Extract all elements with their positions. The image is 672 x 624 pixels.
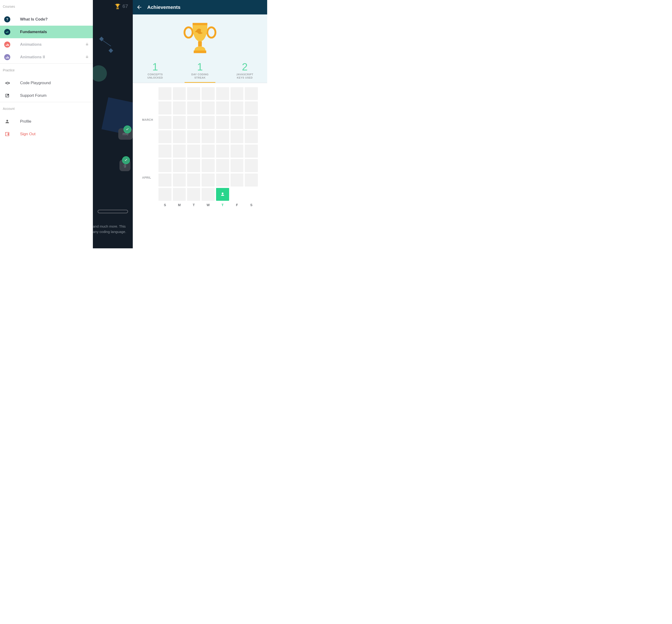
svg-point-0 xyxy=(184,27,193,37)
dow-label: W xyxy=(202,203,215,207)
calendar-cell xyxy=(173,116,186,129)
section-account-label: Account xyxy=(0,102,93,115)
account-profile[interactable]: Profile xyxy=(0,115,93,128)
calendar-cell xyxy=(158,116,172,129)
account-label: Profile xyxy=(20,119,89,124)
check-icon xyxy=(122,156,130,164)
chart-icon xyxy=(4,42,10,48)
practice-support-forum[interactable]: Support Forum xyxy=(0,89,93,102)
month-label-march: MARCH xyxy=(142,87,158,153)
course-what-is-code[interactable]: ? What Is Code? xyxy=(0,13,93,26)
calendar-cell xyxy=(173,130,186,144)
calendar-cell xyxy=(230,159,244,172)
sidebar: Courses ? What Is Code? Fundamentals Ani… xyxy=(0,0,93,248)
calendar-cell xyxy=(245,116,258,129)
calendar-cell xyxy=(230,130,244,144)
calendar-cell xyxy=(158,159,172,172)
calendar-cell xyxy=(187,130,200,144)
achievements-title: Achievements xyxy=(147,4,180,10)
calendar-cell xyxy=(216,130,229,144)
course-label: What Is Code? xyxy=(20,17,89,22)
dow-label: S xyxy=(245,203,258,207)
dow-label: T xyxy=(187,203,200,207)
calendar-cell xyxy=(202,188,215,201)
calendar-cell xyxy=(202,116,215,129)
calendar-cell xyxy=(230,174,244,186)
lock-icon xyxy=(85,55,89,59)
calendar-cell xyxy=(187,145,200,158)
svg-rect-4 xyxy=(194,51,206,53)
dow-label: S xyxy=(158,203,172,207)
stats-row: 1 CONCEPTSUNLOCKED 1 DAY CODINGSTREAK 2 … xyxy=(133,60,267,83)
calendar-cell xyxy=(187,159,200,172)
course-animations-ii[interactable]: Animations II xyxy=(0,51,93,63)
account-sign-out[interactable]: Sign Out xyxy=(0,128,93,140)
sign-out-icon xyxy=(4,131,10,137)
section-courses-label: Courses xyxy=(0,0,93,13)
calendar-cell xyxy=(245,174,258,186)
chart-icon xyxy=(4,54,10,60)
practice-code-playground[interactable]: <> Code Playground xyxy=(0,77,93,89)
calendar-cell xyxy=(173,145,186,158)
svg-point-1 xyxy=(207,27,216,37)
calendar-cell xyxy=(187,188,200,201)
account-label: Sign Out xyxy=(20,132,89,136)
calendar-cell xyxy=(230,145,244,158)
lock-icon xyxy=(85,43,89,47)
calendar-cell-today xyxy=(216,188,229,201)
course-label: Animations xyxy=(20,42,85,47)
achievements-header: Achievements xyxy=(133,0,267,15)
calendar-cell xyxy=(158,174,172,186)
calendar-cell xyxy=(187,116,200,129)
calendar-cell xyxy=(230,87,244,100)
dow-label: F xyxy=(230,203,244,207)
calendar-cell xyxy=(202,130,215,144)
calendar-cell xyxy=(202,101,215,114)
svg-rect-3 xyxy=(198,41,202,46)
calendar-grid-bottom xyxy=(158,159,258,201)
calendar-cell xyxy=(216,159,229,172)
calendar-cell xyxy=(187,174,200,186)
calendar-cell xyxy=(230,116,244,129)
course-label: Fundamentals xyxy=(20,30,89,34)
calendar-cell xyxy=(245,130,258,144)
svg-rect-2 xyxy=(193,23,207,25)
calendar-cell xyxy=(216,101,229,114)
calendar-cell xyxy=(158,130,172,144)
practice-label: Support Forum xyxy=(20,93,89,98)
stat-label: DAY CODINGSTREAK xyxy=(179,73,221,79)
back-button[interactable] xyxy=(135,3,143,11)
calendar-cell xyxy=(245,159,258,172)
stat-number: 1 xyxy=(179,61,221,73)
stat-coding-streak[interactable]: 1 DAY CODINGSTREAK xyxy=(178,60,222,83)
progress-bar xyxy=(98,210,128,213)
trophy-illustration xyxy=(133,15,267,60)
calendar-cell xyxy=(173,159,186,172)
calendar-cell xyxy=(187,87,200,100)
bug-icon xyxy=(4,29,10,35)
calendar-cell xyxy=(245,145,258,158)
description-text: and much more. This any coding language. xyxy=(93,224,130,234)
code-icon: <> xyxy=(4,80,10,86)
calendar-cell xyxy=(216,87,229,100)
bg-circle xyxy=(93,65,107,82)
calendar-cell xyxy=(158,101,172,114)
stat-keys-used[interactable]: 2 JAVASCRIPTKEYS USED xyxy=(222,60,267,83)
calendar-cell xyxy=(173,87,186,100)
calendar-cell xyxy=(173,174,186,186)
score-value: 67 xyxy=(123,3,128,9)
question-mark-icon: ? xyxy=(4,16,10,22)
external-link-icon xyxy=(4,93,10,99)
course-animations[interactable]: Animations xyxy=(0,38,93,51)
practice-label: Code Playground xyxy=(20,81,89,85)
calendar-cell xyxy=(216,174,229,186)
stat-concepts-unlocked[interactable]: 1 CONCEPTSUNLOCKED xyxy=(133,60,178,83)
person-icon xyxy=(4,119,10,125)
dow-label: M xyxy=(173,203,186,207)
course-fundamentals[interactable]: Fundamentals xyxy=(0,26,93,38)
stat-number: 1 xyxy=(134,61,176,73)
calendar-cell xyxy=(216,145,229,158)
stat-label: CONCEPTSUNLOCKED xyxy=(134,73,176,79)
calendar-cell xyxy=(158,87,172,100)
dow-label: T xyxy=(216,203,229,207)
